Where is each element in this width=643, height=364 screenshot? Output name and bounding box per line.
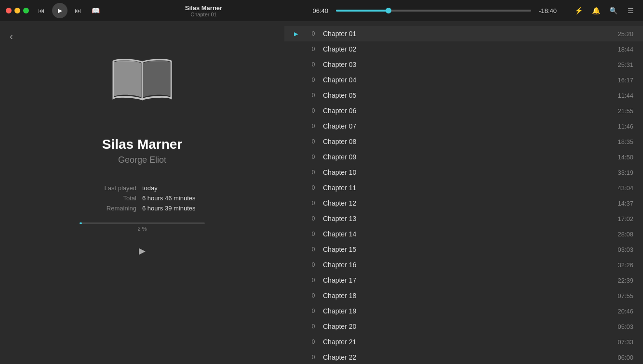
chapter-item[interactable]: 0Chapter 0621:55 — [284, 103, 643, 118]
chapter-name: Chapter 20 — [323, 323, 612, 330]
chapter-number: 0 — [309, 138, 317, 145]
close-button[interactable] — [6, 8, 12, 13]
bottom-progress-fill — [80, 222, 82, 224]
top-progress-fill — [336, 10, 388, 12]
chapter-item[interactable]: 0Chapter 1807:55 — [284, 288, 643, 303]
chapter-item[interactable]: 0Chapter 1428:08 — [284, 226, 643, 242]
progress-thumb — [386, 8, 391, 13]
total-value: 6 hours 46 minutes — [142, 195, 210, 202]
chapter-number: 0 — [309, 292, 317, 299]
chapter-number: 0 — [309, 184, 317, 191]
chapter-name: Chapter 12 — [323, 199, 612, 207]
chapter-duration: 07:33 — [617, 338, 633, 346]
chapter-number: 0 — [309, 77, 317, 83]
chapter-duration: 32:26 — [617, 261, 633, 269]
chapter-name: Chapter 02 — [323, 45, 612, 53]
chapter-item[interactable]: 0Chapter 0218:44 — [284, 41, 643, 57]
chapter-item[interactable]: 0Chapter 2107:33 — [284, 334, 643, 350]
chapter-duration: 11:46 — [617, 123, 633, 130]
back-button[interactable]: ‹ — [10, 31, 13, 42]
chapter-item[interactable]: 0Chapter 1722:39 — [284, 273, 643, 288]
chapter-number: 0 — [309, 200, 317, 207]
meta-row-remaining: Remaining 6 hours 39 minutes — [75, 205, 210, 212]
chapter-item[interactable]: 0Chapter 0416:17 — [284, 72, 643, 88]
chapter-name: Chapter 16 — [323, 261, 612, 269]
chapter-item[interactable]: 0Chapter 1503:03 — [284, 242, 643, 257]
minimize-button[interactable] — [14, 8, 20, 13]
chapter-number: 0 — [309, 123, 317, 130]
maximize-button[interactable] — [23, 8, 29, 13]
remaining-value: 6 hours 39 minutes — [142, 205, 210, 212]
chapter-name: Chapter 19 — [323, 307, 612, 315]
chapter-duration: 25:20 — [617, 30, 633, 38]
left-panel: ‹ Silas Marner George Eliot Last played — [0, 21, 284, 364]
chapter-name: Chapter 07 — [323, 122, 612, 130]
chapter-item[interactable]: ▶0Chapter 0125:20 — [284, 26, 643, 41]
progress-percent-label: 2 % — [80, 226, 205, 232]
chapter-name: Chapter 15 — [323, 246, 612, 253]
forward-skip-icon[interactable]: ⏭ — [71, 4, 85, 17]
book-title-main: Silas Marner — [102, 137, 183, 152]
chapter-item[interactable]: 0Chapter 1632:26 — [284, 257, 643, 273]
book-author: George Eliot — [118, 155, 166, 165]
chapter-number: 0 — [309, 107, 317, 114]
chapter-item[interactable]: 0Chapter 1920:46 — [284, 303, 643, 319]
chapter-duration: 17:02 — [617, 215, 633, 222]
chapter-number: 0 — [309, 169, 317, 176]
chapter-duration: 05:03 — [617, 323, 633, 330]
top-bar: ⏮ ▶ ⏭ 📖 Silas Marner Chapter 01 06:40 -1… — [0, 0, 643, 21]
chapter-duration: 20:46 — [617, 308, 633, 315]
chapter-item[interactable]: 0Chapter 1143:04 — [284, 180, 643, 195]
meta-row-total: Total 6 hours 46 minutes — [75, 195, 210, 202]
chapter-item[interactable]: 0Chapter 0511:44 — [284, 88, 643, 103]
remaining-label: Remaining — [93, 205, 136, 212]
chapter-item[interactable]: 0Chapter 2206:00 — [284, 350, 643, 364]
chapter-item[interactable]: 0Chapter 2005:03 — [284, 319, 643, 334]
top-right-icons: ⚡ 🔔 🔍 ☰ — [572, 4, 637, 17]
chapter-name: Chapter 04 — [323, 76, 612, 84]
chapter-item[interactable]: 0Chapter 0818:35 — [284, 134, 643, 149]
bottom-progress-bar[interactable] — [80, 222, 205, 224]
chapter-number: 0 — [309, 46, 317, 52]
chapter-name: Chapter 17 — [323, 276, 612, 284]
chapter-item[interactable]: 0Chapter 0711:46 — [284, 118, 643, 134]
top-progress-bar[interactable] — [336, 10, 531, 12]
menu-icon[interactable]: ☰ — [624, 4, 637, 17]
traffic-lights — [6, 8, 29, 13]
search-icon[interactable]: 🔍 — [606, 4, 620, 17]
book-title-center: Silas Marner Chapter 01 — [106, 4, 301, 17]
chapter-number: 0 — [309, 154, 317, 160]
chapter-duration: 03:03 — [617, 246, 633, 253]
chapter-name: Chapter 10 — [323, 169, 612, 176]
chapter-duration: 07:55 — [617, 292, 633, 299]
last-played-label: Last played — [93, 184, 136, 192]
chapter-item[interactable]: 0Chapter 0325:31 — [284, 57, 643, 72]
chapter-item[interactable]: 0Chapter 1317:02 — [284, 211, 643, 226]
chapter-item[interactable]: 0Chapter 1214:37 — [284, 195, 643, 211]
chapter-duration: 43:04 — [617, 184, 633, 192]
chapter-number: 0 — [309, 261, 317, 268]
play-pause-button[interactable]: ▶ — [52, 3, 67, 18]
chapter-number: 0 — [309, 323, 317, 330]
chapter-list: ▶0Chapter 0125:200Chapter 0218:440Chapte… — [284, 21, 643, 364]
chapter-name: Chapter 03 — [323, 61, 612, 68]
sleep-timer-icon[interactable]: 🔔 — [589, 4, 603, 17]
chapters-icon[interactable]: 📖 — [89, 4, 102, 17]
chapter-name: Chapter 14 — [323, 230, 612, 238]
meta-info: Last played today Total 6 hours 46 minut… — [75, 184, 210, 215]
chapter-duration: 22:39 — [617, 277, 633, 284]
chapter-number: 0 — [309, 30, 317, 37]
total-label: Total — [93, 195, 136, 202]
chapter-item[interactable]: 0Chapter 0914:50 — [284, 149, 643, 165]
chapter-duration: 28:08 — [617, 231, 633, 238]
chapter-duration: 11:44 — [617, 92, 633, 99]
chapter-name: Chapter 01 — [323, 30, 612, 38]
chapter-number: 0 — [309, 354, 317, 361]
back-skip-icon[interactable]: ⏮ — [35, 4, 48, 17]
main-play-button[interactable]: ▶ — [133, 241, 152, 260]
chapter-number: 0 — [309, 308, 317, 314]
chapter-item[interactable]: 0Chapter 1033:19 — [284, 165, 643, 180]
speed-icon[interactable]: ⚡ — [572, 4, 585, 17]
chapter-name: Chapter 22 — [323, 353, 612, 361]
chapter-duration: 33:19 — [617, 169, 633, 176]
